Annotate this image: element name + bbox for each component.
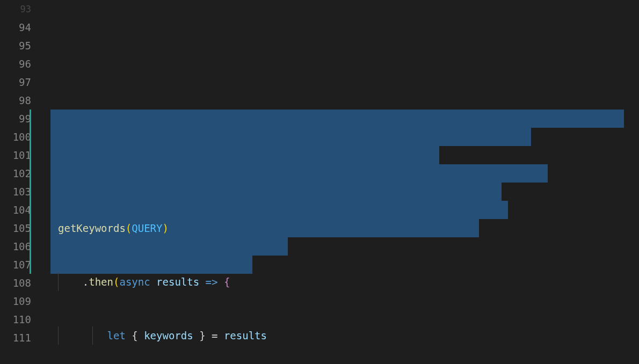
line-number: 95 <box>0 37 31 55</box>
line-number: 103 <box>0 183 31 201</box>
text-selection <box>50 201 508 219</box>
line-number: 96 <box>0 55 31 73</box>
text-selection <box>50 183 502 201</box>
diff-bar <box>30 256 31 274</box>
line-number: 101 <box>0 146 31 164</box>
text-selection <box>50 146 439 164</box>
line-number: 106 <box>0 237 31 256</box>
line-number: 105 <box>0 219 31 237</box>
diff-bar <box>30 183 31 201</box>
line-number: 109 <box>0 292 31 310</box>
code-line[interactable]: let { keywords } = results <box>42 326 639 345</box>
line-number: 102 <box>0 164 31 183</box>
code-line[interactable]: .then(async results => { <box>42 273 639 291</box>
line-number: 94 <box>0 18 31 37</box>
line-number: 93 <box>0 0 31 18</box>
line-number: 110 <box>0 310 31 329</box>
line-number: 111 <box>0 329 31 347</box>
line-number: 104 <box>0 201 31 219</box>
code-line[interactable]: getKeywords(QUERY) <box>42 219 639 237</box>
diff-bar <box>30 164 31 183</box>
line-gutter: 93 94 95 96 97 98 99 100 101 102 103 104… <box>0 0 42 364</box>
diff-bar <box>30 146 31 164</box>
line-number: 108 <box>0 274 31 292</box>
text-selection <box>50 237 288 256</box>
diff-bar <box>30 237 31 256</box>
code-line[interactable] <box>42 165 639 184</box>
diff-bar <box>30 128 31 146</box>
line-number: 100 <box>0 128 31 146</box>
line-number: 98 <box>0 91 31 110</box>
diff-bar <box>30 219 31 237</box>
text-selection <box>50 256 252 274</box>
code-editor[interactable]: 93 94 95 96 97 98 99 100 101 102 103 104… <box>0 0 639 364</box>
text-selection <box>50 128 531 146</box>
code-area[interactable]: getKeywords(QUERY) .then(async results =… <box>42 0 639 364</box>
diff-bar <box>30 110 31 128</box>
line-number: 107 <box>0 256 31 274</box>
line-number: 97 <box>0 73 31 91</box>
line-number: 99 <box>0 110 31 128</box>
text-selection <box>50 110 624 128</box>
diff-bar <box>30 201 31 219</box>
